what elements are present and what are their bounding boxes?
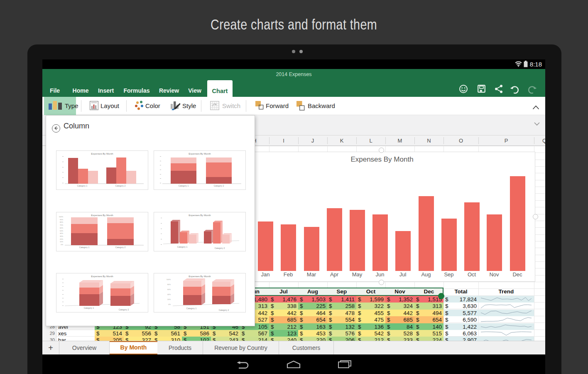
svg-text:40%: 40% — [60, 232, 63, 234]
svg-text:0%: 0% — [168, 303, 171, 305]
svg-text:40%: 40% — [167, 293, 171, 295]
svg-text:20%: 20% — [167, 298, 171, 300]
svg-text:Category 1: Category 1 — [84, 307, 94, 309]
svg-text:30%: 30% — [60, 235, 63, 237]
svg-text:80%: 80% — [60, 221, 63, 223]
svg-text:10%: 10% — [60, 241, 63, 243]
svg-text:60%: 60% — [167, 288, 171, 290]
svg-text:Category 2: Category 2 — [215, 247, 225, 249]
svg-text:0%: 0% — [61, 244, 63, 246]
svg-text:Category 1: Category 1 — [77, 185, 88, 187]
svg-text:80%: 80% — [167, 283, 171, 285]
svg-text:Category 1: Category 1 — [177, 246, 188, 248]
svg-text:Category 2: Category 2 — [214, 185, 224, 187]
svg-text:60%: 60% — [60, 227, 63, 229]
svg-text:70%: 70% — [60, 224, 63, 226]
svg-text:20%: 20% — [60, 238, 63, 240]
svg-text:100%: 100% — [59, 216, 64, 218]
svg-text:Category 2: Category 2 — [115, 185, 126, 187]
svg-text:Category 1: Category 1 — [179, 185, 189, 187]
svg-text:100%: 100% — [167, 278, 171, 280]
svg-text:50%: 50% — [60, 230, 63, 232]
svg-text:Category 2: Category 2 — [119, 308, 129, 311]
svg-text:90%: 90% — [60, 219, 63, 221]
svg-text:Category 1: Category 1 — [79, 246, 90, 249]
svg-text:Category 2: Category 2 — [115, 246, 126, 249]
svg-text:Category 2: Category 2 — [219, 309, 229, 311]
svg-text:Category 1: Category 1 — [186, 307, 197, 310]
